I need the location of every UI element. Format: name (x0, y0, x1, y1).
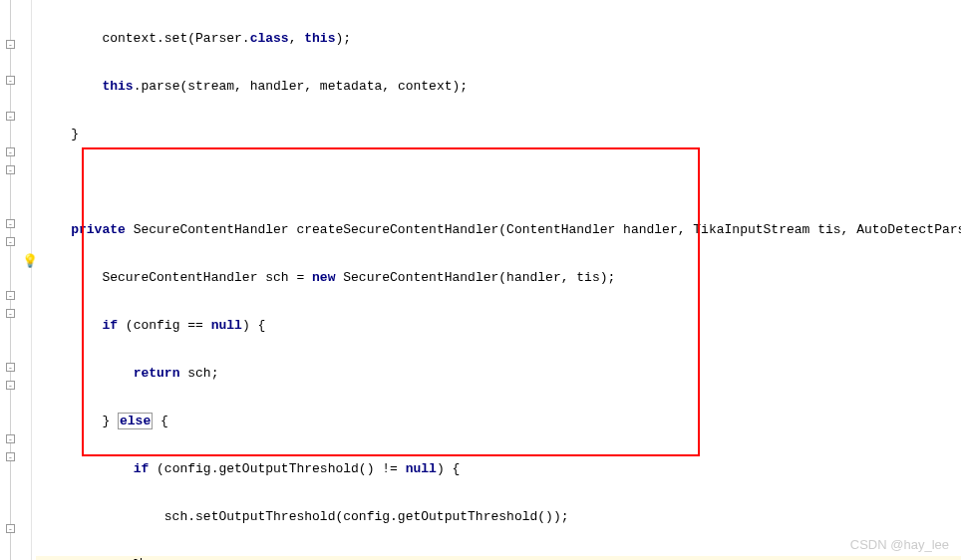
fold-icon[interactable]: - (6, 381, 15, 390)
code-line[interactable]: this.parse(stream, handler, metadata, co… (36, 78, 961, 96)
fold-icon[interactable]: - (6, 524, 15, 533)
fold-icon[interactable]: - (6, 434, 15, 443)
fold-icon[interactable]: - (6, 219, 15, 228)
code-editor[interactable]: - - - - - - - - - - - - - - 💡 context.se… (0, 0, 961, 560)
gutter: - - - - - - - - - - - - - - 💡 (0, 0, 32, 560)
fold-icon[interactable]: - (6, 291, 15, 300)
code-line[interactable]: } (36, 126, 961, 143)
code-line[interactable]: sch.setOutputThreshold(config.getOutputT… (36, 508, 961, 526)
highlight-annotation-box (82, 147, 700, 456)
code-line[interactable]: return sch; (36, 365, 961, 383)
fold-icon[interactable]: - (6, 452, 15, 461)
fold-icon[interactable]: - (6, 165, 15, 174)
code-line[interactable]: private SecureContentHandler createSecur… (36, 221, 961, 239)
code-line[interactable]: if (config.getOutputThreshold() != null)… (36, 460, 961, 478)
fold-icon[interactable]: - (6, 112, 15, 121)
code-line[interactable]: SecureContentHandler sch = new SecureCon… (36, 269, 961, 287)
fold-icon[interactable]: - (6, 237, 15, 246)
fold-icon[interactable]: - (6, 147, 15, 156)
code-area[interactable]: context.set(Parser.class, this); this.pa… (32, 0, 961, 560)
code-line[interactable]: if (config == null) { (36, 317, 961, 335)
fold-icon[interactable]: - (6, 309, 15, 318)
fold-icon[interactable]: - (6, 76, 15, 85)
fold-icon[interactable]: - (6, 363, 15, 372)
code-line-current[interactable]: } (36, 556, 961, 560)
code-line[interactable]: } else { (36, 413, 961, 430)
fold-icon[interactable]: - (6, 40, 15, 49)
code-line[interactable]: context.set(Parser.class, this); (36, 30, 961, 48)
code-line[interactable] (36, 173, 961, 191)
